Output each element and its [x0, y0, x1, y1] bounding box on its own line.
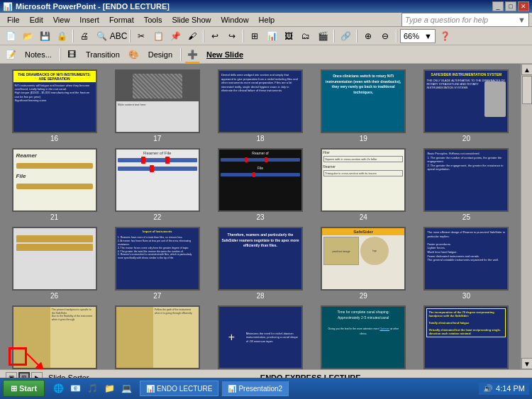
slide-thumb-34[interactable]: Time for complete canal shaping:Approxim… — [321, 305, 406, 369]
new-slide-icon: ➕ — [184, 47, 200, 62]
redo-button[interactable]: ↪ — [224, 28, 240, 44]
save-button[interactable]: 💾 — [37, 28, 52, 44]
slide-thumb-29[interactable]: SafeSider product image logo — [321, 227, 406, 291]
slide-thumb-16[interactable]: THE DRAWBACKS OF NiTi INSTRUMENTS: ARE S… — [12, 69, 97, 133]
permission-button[interactable]: 🔒 — [54, 28, 70, 44]
menu-format[interactable]: Format — [105, 14, 138, 26]
notes-button[interactable]: Notes... — [20, 47, 57, 62]
design-button[interactable]: Design — [143, 47, 177, 62]
menu-insert[interactable]: Insert — [75, 14, 104, 26]
zoom-help-button[interactable]: ❓ — [437, 28, 453, 44]
menu-tools[interactable]: Tools — [140, 14, 167, 26]
print-button[interactable]: 🖨 — [77, 28, 92, 44]
menu-file[interactable]: File — [3, 14, 24, 26]
slide-thumb-21[interactable]: Reamer File — [12, 148, 97, 212]
app-icon: 📊 — [3, 2, 13, 11]
slide-thumb-24[interactable]: Filer Square with in cross-section with … — [321, 148, 406, 212]
slide-num-28: 28 — [256, 292, 264, 300]
start-label: Start — [19, 384, 37, 393]
slide-thumb-20[interactable]: SAFESIDER INSTRUMENTATION SYSTEM THE ONL… — [423, 69, 509, 133]
insert-picture-button[interactable]: 🖼 — [281, 28, 297, 44]
slide-wrapper-27: Import of Instruments 1. Reamers have mo… — [109, 227, 206, 300]
quick-launch: 🌐 📧 🎵 📁 💻 — [50, 381, 134, 396]
window-title: Microsoft PowerPoint - [ENDO LECTURE] — [16, 2, 170, 11]
slide-thumb-35[interactable]: The incorporation of the 70 degree recip… — [423, 305, 509, 369]
print-preview-button[interactable]: 🔍 — [94, 28, 109, 44]
slide-thumb-25[interactable]: Basic Principles: Stiffness not consider… — [423, 148, 509, 212]
collapse-button[interactable]: ⊖ — [377, 28, 393, 44]
scroll-down-button[interactable]: ▼ — [521, 358, 532, 369]
slide-sorter-panel[interactable]: THE DRAWBACKS OF NiTi INSTRUMENTS: ARE S… — [0, 64, 521, 369]
slide-wrapper-22: Reamer of File 22 — [109, 148, 206, 221]
slide-thumb-27[interactable]: Import of Instruments 1. Reamers have mo… — [115, 227, 200, 291]
hyperlink-button[interactable]: 🔗 — [338, 28, 353, 44]
insert-chart-button[interactable]: 📊 — [264, 28, 279, 44]
slide-wrapper-20: SAFESIDER INSTRUMENTATION SYSTEM THE ONL… — [418, 69, 515, 142]
slide-thumb-28[interactable]: Therefore, reamers and particularly the … — [218, 227, 303, 291]
media-icon[interactable]: 🎵 — [84, 381, 100, 396]
menu-help[interactable]: Help — [255, 14, 279, 26]
cut-button[interactable]: ✂ — [133, 28, 149, 44]
new-slide-button[interactable]: New Slide — [201, 47, 248, 62]
help-arrow-icon: ▼ — [518, 16, 526, 24]
close-button[interactable]: ✕ — [518, 1, 529, 11]
zoom-control[interactable]: 66% ▼ — [400, 29, 436, 43]
help-search-box[interactable]: Type a question for help ▼ — [401, 13, 529, 27]
slide-thumb-31[interactable]: The present handpiece is specific to the… — [12, 305, 97, 369]
slide-num-18: 18 — [256, 135, 264, 142]
slide-wrapper-34: Time for complete canal shaping:Approxim… — [315, 305, 412, 369]
start-button[interactable]: ⊞ Start — [3, 380, 45, 397]
vertical-scrollbar[interactable]: ▲ ▼ — [521, 64, 532, 369]
transition-icon: 🎞 — [64, 47, 79, 62]
outlook-icon[interactable]: 📧 — [67, 381, 83, 396]
taskbar-endo-lecture[interactable]: 📊 ENDO LECTURE — [140, 381, 218, 396]
slide-num-23: 23 — [256, 213, 264, 221]
format-painter-button[interactable]: 🖌 — [184, 28, 200, 44]
insert-org-button[interactable]: 🗂 — [298, 28, 314, 44]
slide-wrapper-31: The present handpiece is specific to the… — [6, 305, 103, 369]
slide-num-17: 17 — [153, 135, 161, 142]
slide-thumb-26[interactable] — [12, 227, 97, 291]
explorer-icon[interactable]: 📁 — [101, 381, 117, 396]
slide-thumb-33[interactable]: + Minimizes the need for nickel-titanium… — [218, 305, 303, 369]
help-search-placeholder: Type a question for help — [405, 16, 488, 24]
slide-thumb-17[interactable]: Slide content text here — [115, 69, 200, 133]
notes-icon: 📝 — [3, 47, 18, 62]
slide-thumb-18[interactable]: Dental drills were wedged into section a… — [218, 69, 303, 133]
transition-label: Transition — [86, 50, 120, 59]
desktop-icon[interactable]: 💻 — [118, 381, 134, 396]
insert-table-button[interactable]: ⊞ — [247, 28, 262, 44]
clock-icon: 🔊 — [483, 384, 493, 393]
new-slide-label: New Slide — [206, 50, 243, 59]
slide-thumb-32[interactable]: Follow the path of the instrument when i… — [115, 305, 200, 369]
slide-thumb-19[interactable]: Once clinicians switch to rotary NiTi in… — [321, 69, 406, 133]
menu-edit[interactable]: Edit — [26, 14, 48, 26]
transition-button[interactable]: Transition — [81, 47, 125, 62]
slide-thumb-22[interactable]: Reamer of File — [115, 148, 200, 212]
copy-button[interactable]: 📋 — [150, 28, 166, 44]
maximize-button[interactable]: □ — [505, 1, 516, 11]
menu-slideshow[interactable]: Slide Show — [167, 14, 215, 26]
slides-grid: THE DRAWBACKS OF NiTi INSTRUMENTS: ARE S… — [6, 69, 515, 369]
menu-window[interactable]: Window — [216, 14, 253, 26]
scroll-track[interactable] — [521, 75, 532, 358]
expand-button[interactable]: ⊕ — [360, 28, 376, 44]
scroll-up-button[interactable]: ▲ — [521, 64, 532, 75]
menu-view[interactable]: View — [49, 14, 74, 26]
taskbar: ⊞ Start 🌐 📧 🎵 📁 💻 📊 ENDO LECTURE 📊 Prese… — [0, 378, 532, 399]
slide-thumb-23[interactable]: Reamer of File — [218, 148, 303, 212]
scroll-thumb[interactable] — [522, 76, 532, 104]
slide-thumb-30[interactable]: The more efficient design of Reamer is p… — [423, 227, 509, 291]
new-button[interactable]: 📄 — [3, 28, 18, 44]
paste-button[interactable]: 📌 — [167, 28, 183, 44]
open-button[interactable]: 📂 — [20, 28, 35, 44]
insert-clip-button[interactable]: 🎬 — [315, 28, 331, 44]
undo-button[interactable]: ↩ — [207, 28, 223, 44]
slide-wrapper-25: Basic Principles: Stiffness not consider… — [418, 148, 515, 221]
minimize-button[interactable]: _ — [492, 1, 504, 11]
spell-button[interactable]: ABC — [111, 28, 126, 44]
ie-icon[interactable]: 🌐 — [50, 381, 66, 396]
slide-num-16: 16 — [50, 135, 58, 142]
taskbar-presentation2[interactable]: 📊 Presentation2 — [221, 381, 289, 396]
slide-wrapper-19: Once clinicians switch to rotary NiTi in… — [315, 69, 412, 142]
